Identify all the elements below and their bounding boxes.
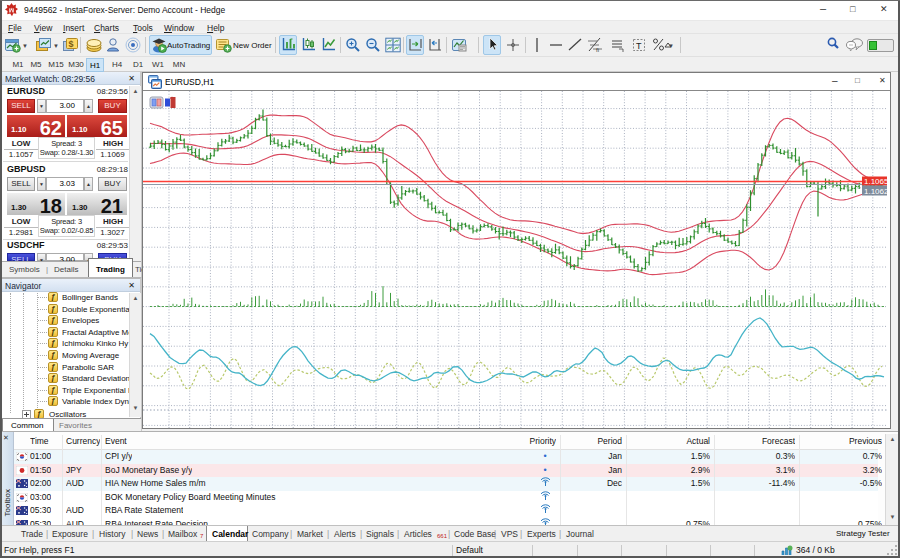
svg-text:$: $ xyxy=(69,39,74,49)
svg-text:1.1065: 1.1065 xyxy=(864,177,889,186)
svg-text:T: T xyxy=(636,41,642,51)
svg-text:fi: fi xyxy=(596,47,599,53)
svg-text:1.1062: 1.1062 xyxy=(864,187,889,196)
